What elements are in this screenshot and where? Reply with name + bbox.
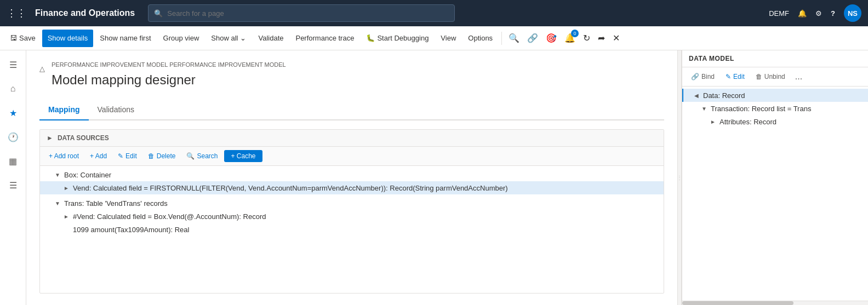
sidebar-menu-icon[interactable]: ☰ bbox=[3, 55, 23, 74]
tab-bar: Mapping Validations bbox=[39, 101, 664, 120]
debug-icon: 🐛 bbox=[366, 34, 375, 42]
sidebar-home-icon[interactable]: ⌂ bbox=[3, 79, 23, 99]
edit-icon: ✎ bbox=[118, 152, 123, 160]
avatar[interactable]: NS bbox=[844, 4, 861, 22]
expand-icon bbox=[62, 225, 71, 234]
page-title: Model mapping designer bbox=[52, 72, 286, 88]
show-name-first-button[interactable]: Show name first bbox=[94, 30, 156, 47]
search-button[interactable]: 🔍 Search bbox=[182, 150, 222, 162]
delete-button[interactable]: 🗑 Delete bbox=[144, 150, 180, 162]
unbind-icon: 🗑 bbox=[756, 73, 762, 80]
app-title: Finance and Operations bbox=[35, 8, 135, 18]
unbind-button[interactable]: 🗑 Unbind bbox=[751, 71, 790, 83]
expand-icon: ▼ bbox=[53, 199, 62, 208]
tree-item[interactable]: ▼ Trans: Table 'VendTrans' records bbox=[40, 197, 664, 210]
sidebar-list-icon[interactable]: ☰ bbox=[3, 175, 23, 195]
search-toggle-button[interactable]: 🔍 bbox=[505, 30, 523, 47]
top-nav: ⋮⋮ Finance and Operations 🔍 DEMF 🔔 ⚙ ? N… bbox=[0, 0, 868, 26]
group-view-button[interactable]: Group view bbox=[158, 30, 205, 47]
expand-icon: ◀ bbox=[692, 91, 701, 100]
bookmark-icon-button[interactable]: 🔗 bbox=[524, 30, 541, 47]
bind-button[interactable]: 🔗 Bind bbox=[687, 71, 719, 83]
more-options-button[interactable]: ... bbox=[792, 71, 806, 83]
right-panel: DATA MODEL 🔗 Bind ✎ Edit 🗑 Unbind ... bbox=[682, 50, 868, 305]
close-button[interactable]: ✕ bbox=[609, 30, 623, 47]
tree-item-selected[interactable]: ► Vend: Calculated field = FIRSTORNULL(F… bbox=[40, 181, 664, 194]
sidebar-recent-icon[interactable]: 🕐 bbox=[3, 127, 23, 147]
performance-trace-button[interactable]: Performance trace bbox=[290, 30, 359, 47]
edit-button[interactable]: ✎ Edit bbox=[113, 150, 141, 162]
separator bbox=[501, 32, 502, 45]
extension-icon-button[interactable]: 🎯 bbox=[542, 30, 560, 47]
validate-button[interactable]: Validate bbox=[253, 30, 289, 47]
add-root-button[interactable]: + Add root bbox=[44, 150, 83, 162]
tab-mapping[interactable]: Mapping bbox=[39, 101, 89, 120]
search-icon: 🔍 bbox=[154, 9, 163, 18]
options-button[interactable]: Options bbox=[462, 30, 498, 47]
edit-icon: ✎ bbox=[726, 73, 731, 80]
dm-item[interactable]: ► Attributes: Record bbox=[682, 115, 868, 128]
sidebar-star-icon[interactable]: ★ bbox=[3, 103, 23, 123]
refresh-button[interactable]: ↻ bbox=[580, 30, 593, 47]
delete-icon: 🗑 bbox=[148, 152, 155, 160]
expand-button[interactable]: ➦ bbox=[595, 30, 608, 47]
ds-header: ► DATA SOURCES bbox=[40, 130, 664, 147]
expand-icon: ► bbox=[62, 183, 71, 192]
notification-badge-button[interactable]: 🔔 0 bbox=[561, 30, 579, 47]
dm-edit-button[interactable]: ✎ Edit bbox=[721, 71, 749, 83]
data-model-tree: ◀ Data: Record ▼ Transaction: Record lis… bbox=[682, 87, 868, 301]
left-sidebar: ☰ ⌂ ★ 🕐 ▦ ☰ bbox=[0, 50, 26, 305]
show-details-button[interactable]: Show details bbox=[42, 30, 94, 47]
environment-label: DEMF bbox=[769, 9, 789, 18]
search-input[interactable] bbox=[167, 9, 449, 18]
breadcrumb: PERFORMANCE IMPROVEMENT MODEL PERFORMANC… bbox=[52, 61, 286, 68]
save-icon: 🖫 bbox=[10, 34, 17, 42]
grid-icon[interactable]: ⋮⋮ bbox=[7, 7, 26, 19]
sidebar-workspace-icon[interactable]: ▦ bbox=[3, 151, 23, 171]
expand-icon: ▼ bbox=[53, 170, 62, 179]
expand-icon: ► bbox=[709, 117, 717, 126]
dm-item-selected[interactable]: ◀ Data: Record bbox=[682, 89, 868, 102]
command-bar: 🖫 Save Show details Show name first Grou… bbox=[0, 26, 868, 50]
main-panel: △ PERFORMANCE IMPROVEMENT MODEL PERFORMA… bbox=[26, 50, 677, 305]
gear-icon[interactable]: ⚙ bbox=[815, 9, 822, 18]
tree-item[interactable]: ► #Vend: Calculated field = Box.Vend(@.A… bbox=[40, 210, 664, 223]
data-sources-panel: ► DATA SOURCES + Add root + Add ✎ Edit 🗑… bbox=[39, 129, 664, 294]
filter-icon[interactable]: △ bbox=[39, 65, 45, 73]
horizontal-scrollbar[interactable] bbox=[682, 301, 868, 305]
tree-item[interactable]: ▼ Box: Container bbox=[40, 168, 664, 181]
bell-icon[interactable]: 🔔 bbox=[798, 9, 807, 18]
tree-item[interactable]: 1099 amount(Tax1099Amount): Real bbox=[40, 223, 664, 236]
ds-expand-icon[interactable]: ► bbox=[47, 134, 53, 142]
dm-item[interactable]: ▼ Transaction: Record list = Trans bbox=[682, 102, 868, 115]
main-layout: ☰ ⌂ ★ 🕐 ▦ ☰ △ PERFORMANCE IMPROVEMENT MO… bbox=[0, 50, 868, 305]
search-bar[interactable]: 🔍 bbox=[148, 4, 455, 22]
nav-right: DEMF 🔔 ⚙ ? NS bbox=[769, 4, 861, 22]
view-button[interactable]: View bbox=[435, 30, 461, 47]
bind-icon: 🔗 bbox=[691, 73, 699, 80]
content-area: △ PERFORMANCE IMPROVEMENT MODEL PERFORMA… bbox=[26, 50, 868, 305]
start-debugging-button[interactable]: 🐛 Start Debugging bbox=[361, 30, 434, 47]
data-model-header: DATA MODEL bbox=[682, 50, 868, 67]
cache-button[interactable]: + Cache bbox=[224, 150, 262, 162]
add-button[interactable]: + Add bbox=[85, 150, 111, 162]
expand-icon: ▼ bbox=[700, 104, 709, 113]
search-icon: 🔍 bbox=[186, 152, 195, 160]
vertical-splitter[interactable]: ⋮ bbox=[677, 50, 682, 305]
right-panel-toolbar: 🔗 Bind ✎ Edit 🗑 Unbind ... bbox=[682, 67, 868, 87]
ds-toolbar: + Add root + Add ✎ Edit 🗑 Delete 🔍 Searc… bbox=[40, 147, 664, 166]
chevron-down-icon: ⌄ bbox=[240, 34, 246, 42]
expand-icon: ► bbox=[62, 212, 71, 221]
help-icon[interactable]: ? bbox=[831, 9, 835, 18]
data-sources-tree: ▼ Box: Container ► Vend: Calculated fiel… bbox=[40, 166, 664, 238]
show-all-button[interactable]: Show all ⌄ bbox=[205, 30, 252, 47]
tab-validations[interactable]: Validations bbox=[89, 101, 143, 120]
save-button[interactable]: 🖫 Save bbox=[4, 30, 41, 47]
